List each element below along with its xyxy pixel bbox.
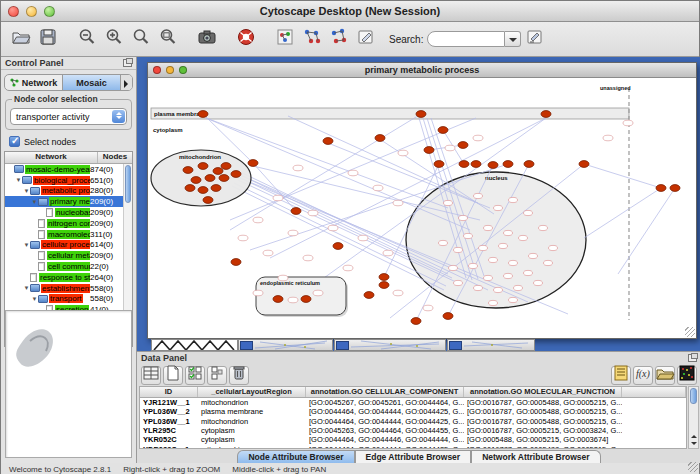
attr-select-button[interactable] (141, 366, 161, 385)
network-canvas[interactable]: plasma membranecytoplasmunassignednucleu… (148, 78, 696, 338)
table-scrollbar[interactable] (688, 386, 699, 449)
attr-matrix-button[interactable] (677, 366, 697, 385)
zoom-selected-button[interactable] (154, 26, 181, 53)
tree-row[interactable]: ▼metabolic process280(0) (5, 186, 123, 197)
select-nodes-checkbox[interactable] (9, 136, 20, 147)
tree-row[interactable]: macromolecule311(0) (5, 229, 123, 240)
table-cell: cytoplasm (198, 426, 306, 435)
scroll-up-icon[interactable] (690, 432, 697, 439)
tree-row[interactable]: nucleobase-209(0) (5, 207, 123, 218)
zoom-out-button[interactable] (73, 26, 100, 53)
tab-mosaic[interactable]: Mosaic (62, 75, 120, 90)
tree-row[interactable]: cellular metabol209(0) (5, 250, 123, 261)
table-row[interactable]: YPL036W__2plasma membrane[GO:0044464, GO… (140, 407, 686, 416)
attr-delete-button[interactable] (229, 366, 249, 385)
zoom-fit-button[interactable] (127, 26, 154, 53)
search-settings-button[interactable] (521, 26, 548, 53)
tree-row[interactable]: response to stimulu264(0) (5, 272, 123, 283)
birdseye-view-panel[interactable] (5, 310, 132, 458)
expand-arrow-icon[interactable]: ▼ (15, 177, 22, 183)
layout-2-icon (329, 27, 349, 51)
attr-fx-button[interactable]: f(x) (633, 366, 653, 385)
tree-row-count: 209(0) (90, 197, 123, 206)
attr-list-button[interactable] (611, 366, 631, 385)
search-input[interactable] (427, 31, 505, 47)
table-cell: YPL036W__2 (140, 407, 198, 416)
tree-row[interactable]: ▼cellular process614(0) (5, 240, 123, 251)
table-row[interactable]: YDR039C__1mitochondrion[GO:0044464, GO:0… (140, 444, 686, 449)
data-panel: Data Panel f(x) ID_cellularLayoutRegiona… (137, 351, 700, 463)
tab-network[interactable]: Network (5, 75, 62, 90)
table-row[interactable]: YPL036W__1mitochondrion[GO:0044464, GO:0… (140, 417, 686, 426)
tree-row[interactable]: ▼establishment of lo558(0) (5, 283, 123, 294)
snapshot-button[interactable] (193, 26, 220, 53)
group-label: Node color selection (12, 94, 100, 104)
network-window-titlebar[interactable]: primary metabolic process (148, 63, 696, 78)
tree-row[interactable]: ▼transport558(0) (5, 294, 123, 305)
help-button[interactable] (232, 26, 259, 53)
expand-arrow-icon[interactable]: ▼ (31, 199, 38, 205)
tree-row[interactable]: cell communicat22(0) (5, 261, 123, 272)
open-session-button[interactable] (7, 26, 34, 53)
folder-icon (14, 165, 24, 173)
float-data-panel-icon[interactable] (688, 354, 697, 362)
tree-col-nodes[interactable]: Nodes (98, 152, 132, 163)
expand-arrow-icon[interactable]: ▼ (31, 296, 38, 302)
tree-row[interactable]: mosaic-demo-yeast874(0) (5, 164, 123, 175)
tab-network-attribute-browser[interactable]: Network Attribute Browser (471, 450, 600, 463)
tab-edge-attribute-browser[interactable]: Edge Attribute Browser (355, 450, 472, 463)
tree-col-network[interactable]: Network (5, 152, 98, 163)
save-session-button[interactable] (34, 26, 61, 53)
attr-import-button[interactable] (655, 366, 675, 385)
table-cell: YPL036W__1 (140, 417, 198, 426)
background-window-fragment[interactable] (238, 339, 333, 351)
table-column-header[interactable]: annotation.GO CELLULAR_COMPONENT (306, 387, 464, 397)
table-cell: YDR039C__1 (140, 445, 198, 449)
tree-row-label: transport (49, 294, 83, 303)
background-window-fragment[interactable] (334, 339, 446, 351)
table-cell: [GO:0016787, GO:0005488, GO:0005215, G..… (464, 417, 622, 426)
vizmapper-button[interactable] (271, 26, 298, 53)
svg-text:unassigned: unassigned (600, 85, 631, 91)
annotation-button[interactable] (352, 26, 379, 53)
table-column-header[interactable]: _cellularLayoutRegion (198, 387, 306, 397)
attr-new-button[interactable] (163, 366, 183, 385)
svg-text:nucleus: nucleus (485, 175, 508, 181)
tree-row[interactable]: ▼primary metabo209(0) (5, 196, 123, 207)
network-window-title: primary metabolic process (148, 65, 696, 75)
folder-icon (30, 284, 40, 292)
folder-icon (22, 176, 32, 184)
folder-icon (38, 198, 48, 206)
table-row[interactable]: YKR052Ccytoplasm[GO:0044464, GO:0044446,… (140, 435, 686, 444)
tree-row[interactable]: ▼biological_process651(0) (5, 175, 123, 186)
tree-row-count: 874(0) (90, 165, 123, 174)
search-settings-icon (525, 27, 545, 51)
background-window-fragment[interactable] (447, 339, 535, 351)
expand-arrow-icon[interactable]: ▼ (23, 188, 30, 194)
layout-1-button[interactable] (298, 26, 325, 53)
table-cell: YLR295C (140, 426, 198, 435)
table-cell: YJR121W__1 (140, 398, 198, 407)
table-row[interactable]: YJR121W__1mitochondrion[GO:0045267, GO:0… (140, 398, 686, 407)
tab-node-attribute-browser[interactable]: Node Attribute Browser (237, 450, 354, 463)
layout-2-button[interactable] (325, 26, 352, 53)
attr-unselect-button[interactable] (207, 366, 227, 385)
view-resize-grip[interactable] (685, 327, 695, 337)
table-row[interactable]: YLR295Ccytoplasm[GO:0045263, GO:0044464,… (140, 426, 686, 435)
expand-arrow-icon[interactable]: ▼ (23, 285, 30, 291)
expand-arrow-icon[interactable]: ▼ (23, 242, 30, 248)
search-dropdown-button[interactable] (505, 31, 521, 47)
scroll-down-icon[interactable] (690, 440, 697, 447)
table-column-header[interactable]: ID (140, 387, 198, 397)
tree-row[interactable]: nitrogen compo209(0) (5, 218, 123, 229)
tab-overflow-button[interactable] (120, 75, 132, 90)
attr-selectall-button[interactable] (185, 366, 205, 385)
zoom-in-button[interactable] (100, 26, 127, 53)
float-panel-icon[interactable] (123, 59, 132, 67)
background-window-fragment[interactable] (151, 339, 238, 351)
table-column-header[interactable]: annotation.GO MOLECULAR_FUNCTION (464, 387, 622, 397)
window-resize-grip[interactable] (688, 462, 698, 472)
data-panel-toolbar: f(x) (137, 364, 700, 386)
tree-row-label: nucleobase- (55, 208, 90, 217)
node-color-dropdown[interactable]: transporter activity (10, 108, 127, 125)
